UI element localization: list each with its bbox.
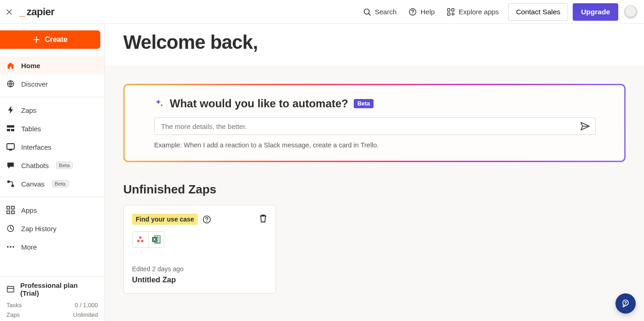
sidebar-item-label: Zap History [21, 225, 57, 233]
interfaces-icon [6, 143, 15, 151]
section-title-unfinished: Unfinished Zaps [123, 182, 626, 197]
beta-badge: Beta [56, 162, 73, 169]
svg-point-3 [412, 13, 413, 14]
canvas-icon [6, 180, 15, 188]
svg-rect-15 [7, 206, 10, 209]
svg-rect-6 [448, 12, 450, 15]
automate-prompt-card: What would you like to automate? Beta Ex… [123, 84, 626, 162]
excel-icon [148, 232, 164, 247]
svg-line-1 [368, 13, 370, 15]
help-button[interactable]: Help [404, 5, 439, 19]
zaps-stat: Zaps Unlimited [6, 311, 98, 318]
help-label: Help [420, 8, 435, 16]
prompt-title: What would you like to automate? [170, 97, 348, 110]
tables-icon [6, 125, 15, 132]
svg-point-20 [7, 246, 9, 248]
sidebar-item-zap-history[interactable]: Zap History [0, 219, 104, 238]
sidebar-item-label: Discover [21, 80, 48, 88]
close-sidebar-button[interactable] [2, 5, 17, 19]
sidebar-item-chatbots[interactable]: Chatbots Beta [0, 156, 104, 175]
topbar: _ zapier Search Help Explore apps Contac… [0, 0, 644, 24]
logo-mark: _ [19, 6, 25, 18]
trash-icon [259, 214, 267, 223]
sidebar-item-label: Apps [21, 206, 37, 214]
svg-rect-11 [7, 144, 14, 149]
create-button[interactable]: Create [0, 30, 100, 49]
svg-rect-16 [12, 206, 14, 209]
help-icon[interactable] [202, 215, 211, 224]
sidebar-item-canvas[interactable]: Canvas Beta [0, 175, 104, 193]
explore-icon [447, 8, 455, 16]
svg-rect-13 [7, 181, 10, 183]
sidebar-item-zaps[interactable]: Zaps [0, 101, 104, 119]
plus-icon [33, 36, 40, 43]
plan-row[interactable]: Professional plan (Trial) [6, 281, 98, 297]
help-icon [408, 8, 417, 16]
bolt-icon [6, 106, 15, 114]
tasks-stat: Tasks 0 / 1,000 [6, 302, 98, 309]
send-button[interactable] [578, 120, 592, 133]
zap-card[interactable]: Find your use case Edited 2 days ago Unt… [123, 205, 276, 294]
svg-point-25 [206, 221, 207, 222]
sidebar-plan-panel: Professional plan (Trial) Tasks 0 / 1,00… [0, 276, 104, 321]
close-icon [6, 8, 13, 16]
more-icon [6, 245, 15, 248]
sidebar-item-more[interactable]: More [0, 238, 104, 256]
svg-rect-12 [9, 150, 12, 151]
explore-label: Explore apps [459, 8, 499, 16]
page-title: Welcome back, [123, 31, 644, 53]
sidebar-item-apps[interactable]: Apps [0, 201, 104, 219]
svg-point-21 [10, 246, 12, 248]
svg-rect-8 [7, 125, 14, 128]
sidebar-item-home[interactable]: Home [0, 56, 104, 75]
svg-rect-17 [7, 211, 10, 214]
svg-rect-18 [12, 211, 14, 214]
automate-input[interactable] [154, 117, 596, 135]
tasks-value: 0 / 1,000 [75, 302, 98, 309]
zaps-label: Zaps [6, 311, 20, 318]
explore-apps-button[interactable]: Explore apps [442, 5, 504, 19]
sidebar-item-label: Home [21, 62, 40, 70]
sidebar-item-tables[interactable]: Tables [0, 119, 104, 138]
help-bubble-button[interactable] [615, 293, 636, 314]
sidebar: Create Home Discover Zaps [0, 24, 105, 321]
delete-zap-button[interactable] [257, 212, 269, 225]
apps-icon [6, 206, 15, 214]
svg-rect-5 [452, 8, 454, 11]
svg-rect-10 [11, 129, 14, 131]
beta-badge: Beta [52, 180, 69, 187]
sidebar-item-discover[interactable]: Discover [0, 75, 104, 93]
sidebar-item-interfaces[interactable]: Interfaces [0, 138, 104, 156]
upgrade-button[interactable]: Upgrade [573, 3, 618, 21]
globe-icon [6, 80, 15, 88]
svg-point-27 [137, 240, 140, 243]
svg-rect-14 [12, 185, 14, 187]
sidebar-item-label: Zaps [21, 106, 36, 114]
tasks-label: Tasks [6, 302, 22, 309]
svg-rect-4 [448, 8, 450, 11]
create-label: Create [45, 35, 68, 44]
search-icon [363, 8, 371, 16]
svg-rect-9 [7, 129, 10, 131]
beta-badge: Beta [354, 99, 374, 108]
chat-icon [6, 162, 15, 169]
contact-sales-button[interactable]: Contact Sales [508, 3, 569, 21]
send-icon [580, 122, 590, 131]
history-icon [6, 224, 15, 233]
main: Welcome back, What would you like to aut… [105, 24, 644, 321]
sidebar-item-label: More [21, 243, 37, 251]
zap-app-icons [132, 231, 164, 248]
sidebar-item-label: Canvas [21, 180, 45, 188]
sparkle-icon [154, 99, 164, 109]
logo-text: zapier [27, 6, 55, 18]
avatar[interactable] [624, 5, 638, 19]
prompt-example: Example: When I add a reaction to a Slac… [154, 141, 596, 149]
logo[interactable]: _ zapier [19, 6, 54, 18]
svg-point-26 [139, 236, 142, 239]
search-label: Search [375, 8, 397, 16]
svg-point-22 [12, 246, 14, 248]
home-icon [6, 61, 15, 70]
zaps-value: Unlimited [73, 311, 98, 318]
zap-meta: Edited 2 days ago [132, 265, 267, 273]
search-button[interactable]: Search [358, 5, 402, 19]
